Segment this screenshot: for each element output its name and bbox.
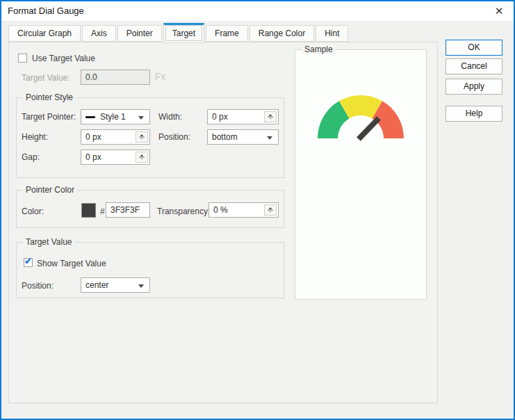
target-value-group: Target Value: [16, 242, 284, 298]
target-value-input: [81, 70, 150, 85]
spinner-down-icon: [268, 116, 273, 120]
hex-color-input-text[interactable]: [111, 205, 145, 215]
width-stepper[interactable]: 0 px: [207, 109, 279, 124]
position-dropdown[interactable]: bottom: [207, 129, 279, 145]
pointer-color-group-title: Pointer Color: [23, 185, 77, 195]
hex-color-input[interactable]: [106, 202, 150, 218]
show-target-value-checkbox[interactable]: ✔: [24, 258, 33, 267]
tab-bar: Circular Graph Axis Pointer Target Frame…: [8, 22, 350, 42]
chevron-down-icon: [267, 136, 272, 140]
chevron-down-icon: [138, 284, 144, 288]
gap-label: Gap:: [22, 152, 40, 162]
pointer-style-group-title: Pointer Style: [23, 92, 76, 102]
chevron-down-icon: [138, 116, 144, 120]
target-pointer-label: Target Pointer:: [22, 112, 76, 122]
target-position-dropdown[interactable]: center: [81, 277, 150, 293]
spinner-down-icon: [139, 136, 145, 140]
transparency-stepper[interactable]: 0 %: [209, 202, 279, 218]
spinner-buttons[interactable]: [136, 131, 148, 143]
apply-button[interactable]: Apply: [445, 79, 502, 95]
line-style-icon: [85, 116, 95, 118]
color-label: Color:: [22, 207, 44, 216]
close-icon[interactable]: ✕: [489, 3, 509, 19]
width-label: Width:: [158, 112, 182, 122]
target-value-label: Target Value:: [22, 73, 70, 83]
target-value-group-title: Target Value: [23, 237, 75, 247]
gap-stepper[interactable]: 0 px: [81, 150, 150, 165]
ok-button[interactable]: OK: [445, 40, 502, 56]
gauge-needle: [359, 118, 379, 139]
spinner-buttons[interactable]: [136, 152, 148, 163]
transparency-label: Transparency:: [157, 207, 210, 216]
target-pointer-dropdown[interactable]: Style 1: [81, 109, 150, 124]
use-target-value-label: Use Target Value: [32, 54, 95, 63]
tab-pointer[interactable]: Pointer: [117, 25, 162, 42]
use-target-value-checkbox[interactable]: [18, 54, 27, 63]
tab-target[interactable]: Target: [163, 23, 204, 43]
height-label: Height:: [22, 132, 48, 142]
dial-gauge-preview: [295, 50, 426, 299]
sample-preview-panel: Sample: [295, 49, 427, 300]
title-bar: Format Dial Gauge ✕: [1, 1, 514, 21]
tab-range-color[interactable]: Range Color: [250, 25, 314, 42]
tab-circular-graph[interactable]: Circular Graph: [8, 25, 81, 42]
checkmark-icon: ✔: [24, 256, 32, 266]
target-value-input-text: [85, 72, 141, 82]
tab-axis[interactable]: Axis: [82, 25, 116, 42]
height-stepper[interactable]: 0 px: [81, 129, 150, 145]
spinner-down-icon: [139, 156, 145, 160]
position-label: Position:: [158, 132, 190, 142]
target-position-label: Position:: [22, 281, 54, 291]
format-dial-gauge-dialog: Format Dial Gauge ✕ Circular Graph Axis …: [0, 0, 515, 420]
cancel-button[interactable]: Cancel: [445, 58, 502, 74]
spinner-buttons[interactable]: [264, 204, 277, 216]
tab-content-panel: Use Target Value Target Value: Fx Pointe…: [8, 42, 438, 403]
help-button[interactable]: Help: [445, 106, 502, 122]
formula-fx-button: Fx: [155, 71, 166, 82]
show-target-value-label: Show Target Value: [37, 259, 106, 268]
tab-hint[interactable]: Hint: [316, 25, 348, 42]
hex-hash-label: #: [100, 207, 105, 216]
spinner-down-icon: [268, 209, 273, 213]
sample-group-title: Sample: [302, 45, 336, 54]
tab-frame[interactable]: Frame: [206, 25, 248, 42]
spinner-buttons[interactable]: [264, 111, 277, 122]
window-title: Format Dial Gauge: [8, 6, 84, 16]
color-swatch[interactable]: [81, 203, 96, 218]
